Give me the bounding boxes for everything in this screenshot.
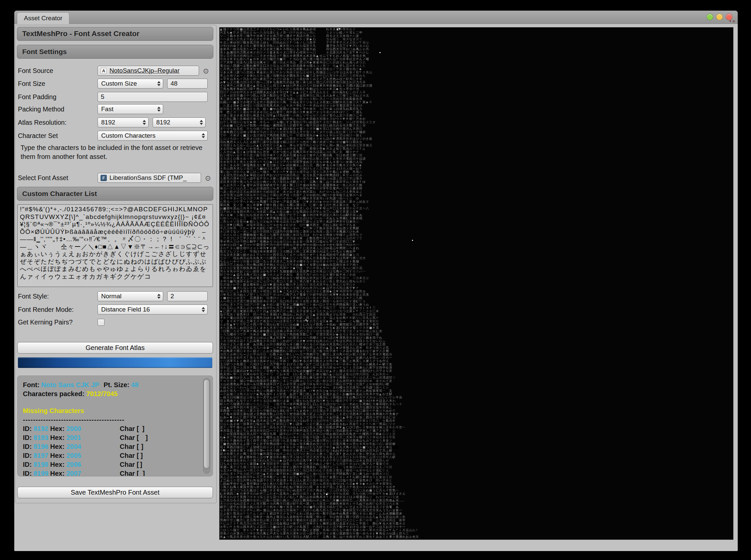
missing-character-row: ID: 8198 Hex: 2006Char [ ] — [23, 460, 198, 469]
missing-character-row: ID: 8193 Hex: 2001Char [ ] — [23, 433, 198, 442]
updown-icon — [157, 294, 161, 299]
updown-icon — [157, 107, 161, 112]
custom-character-list-header-text: Custom Character List — [22, 190, 97, 198]
font-render-mode-dropdown[interactable]: Distance Field 16 — [98, 304, 208, 315]
atlas-width-value: 8192 — [101, 119, 115, 126]
report-font-line: Font: Noto Sans CJK JP Pt. Size: 48 — [23, 381, 198, 389]
character-set-label: Character Set — [18, 132, 58, 140]
updown-icon — [143, 120, 146, 125]
kerning-pairs-row: Get Kerning Pairs? — [18, 317, 214, 328]
packing-method-dropdown[interactable]: Fast — [98, 104, 163, 114]
window-titlebar: Asset Creator ▼ ≡ — [14, 11, 738, 24]
packing-method-row: Packing Method Fast — [18, 103, 214, 115]
font-size-dropdown-value: Custom Size — [101, 80, 137, 87]
character-set-dropdown-value: Custom Characters — [101, 132, 156, 139]
font-size-row: Font Size Custom Size 48 — [18, 78, 214, 89]
custom-character-list-input[interactable]: !"#$%&'()*+,-./0123456789:;<=>?@ABCDEFGH… — [17, 204, 213, 287]
font-padding-label: Font Padding — [18, 93, 56, 101]
font-style-label: Font Style: — [18, 293, 49, 300]
kerning-pairs-checkbox[interactable] — [98, 319, 104, 326]
atlas-resolution-label: Atlas Resolution: — [18, 119, 66, 126]
generation-report: Font: Noto Sans CJK JP Pt. Size: 48 Char… — [17, 376, 213, 476]
window-menu[interactable]: ▼ ≡ — [729, 20, 735, 23]
font-style-dropdown-value: Normal — [101, 293, 121, 300]
font-style-dropdown[interactable]: Normal — [98, 291, 163, 301]
updown-icon — [202, 133, 205, 138]
select-font-asset-field[interactable]: F LiberationSans SDF (TMP_ — [98, 173, 201, 183]
updown-icon — [157, 81, 161, 86]
generate-font-atlas-button-label: Generate Font Atlas — [86, 344, 145, 352]
font-padding-input[interactable]: 5 — [98, 92, 208, 102]
font-padding-row: Font Padding 5 — [18, 91, 214, 102]
updown-icon — [200, 120, 203, 125]
maximize-button[interactable] — [707, 14, 713, 20]
packing-method-dropdown-value: Fast — [101, 105, 114, 113]
font-style-input[interactable]: 2 — [167, 291, 208, 301]
tab-title: Asset Creator — [24, 15, 62, 22]
panel-title: TextMeshPro - Font Asset Creator — [17, 27, 213, 41]
report-packed-label: Characters packed: — [23, 390, 85, 397]
window-menu-arrow-icon: ▼ — [729, 20, 732, 23]
font-size-input-value: 48 — [170, 80, 178, 87]
font-source-field[interactable]: A NotoSansCJKjp–Regular — [98, 66, 199, 76]
missing-rows: ID: 8192 Hex: 2000Char [ ]ID: 8193 Hex: … — [23, 424, 198, 476]
font-source-label: Font Source — [18, 67, 53, 75]
report-divider: ---------------------------------------- — [23, 415, 198, 424]
font-settings-header: Font Settings — [17, 45, 213, 59]
asset-creator-window: Asset Creator ▼ ≡ TextMeshPro - Font Ass… — [14, 11, 738, 551]
tab-asset-creator[interactable]: Asset Creator — [17, 12, 69, 24]
report-scrollbar-thumb[interactable] — [204, 379, 210, 468]
font-render-mode-row: Font Render Mode: Distance Field 16 — [18, 304, 214, 315]
updown-icon — [202, 307, 205, 312]
font-style-input-value: 2 — [170, 293, 174, 300]
font-asset-creator-panel: TextMeshPro - Font Asset Creator Font Se… — [15, 25, 217, 503]
font-style-row: Font Style: Normal 2 — [18, 291, 214, 302]
missing-character-row: ID: 8196 Hex: 2004Char [ ] — [23, 442, 198, 451]
select-font-asset-row: Select Font Asset F LiberationSans SDF (… — [18, 172, 214, 183]
missing-character-row: ID: 8192 Hex: 2000Char [ ] — [23, 424, 198, 433]
font-size-dropdown[interactable]: Custom Size — [98, 79, 163, 88]
font-render-mode-label: Font Render Mode: — [18, 306, 74, 314]
select-font-asset-value: LiberationSans SDF (TMP_ — [109, 174, 186, 181]
select-font-asset-label: Select Font Asset — [18, 174, 68, 182]
custom-character-list-header: Custom Character List — [17, 187, 213, 201]
packing-method-label: Packing Method — [18, 105, 64, 113]
font-padding-input-value: 5 — [101, 93, 104, 101]
report-pt-size: 48 — [131, 381, 139, 388]
object-picker-icon[interactable]: ⊙ — [203, 67, 209, 74]
missing-characters-title: Missing Characters — [23, 406, 198, 415]
character-set-dropdown[interactable]: Custom Characters — [98, 131, 208, 141]
report-scrollbar-track[interactable] — [203, 378, 210, 474]
font-size-input[interactable]: 48 — [167, 79, 208, 88]
font-source-value: NotoSansCJKjp–Regular — [109, 67, 180, 74]
window-controls — [707, 14, 732, 20]
report-font-name: Noto Sans CJK JP — [41, 381, 99, 388]
kerning-pairs-label: Get Kerning Pairs? — [18, 319, 73, 326]
help-text: Type the characters to be included in th… — [21, 143, 211, 161]
font-size-label: Font Size — [18, 80, 45, 87]
generation-progress-bar — [18, 357, 212, 368]
report-packed-line: Characters packed: 7012/7045 — [23, 389, 198, 398]
font-file-icon: A — [101, 68, 107, 74]
panel-title-text: TextMeshPro - Font Asset Creator — [22, 29, 139, 38]
report-pt-label: Pt. Size: — [103, 381, 129, 388]
minimize-button[interactable] — [716, 14, 723, 20]
object-picker-icon[interactable]: ⊙ — [205, 175, 211, 181]
font-render-mode-dropdown-value: Distance Field 16 — [101, 306, 150, 313]
atlas-resolution-row: Atlas Resolution: 8192 8192 — [18, 117, 214, 128]
report-packed-value: 7012/7045 — [86, 390, 118, 397]
generate-font-atlas-button[interactable]: Generate Font Atlas — [17, 342, 213, 354]
font-atlas-preview-area — [219, 27, 733, 540]
atlas-height-dropdown[interactable]: 8192 — [153, 117, 206, 127]
atlas-height-value: 8192 — [156, 119, 170, 126]
save-font-asset-button[interactable]: Save TextMeshPro Font Asset — [17, 487, 213, 498]
font-source-row: Font Source A NotoSansCJKjp–Regular ⊙ — [18, 65, 214, 76]
character-set-row: Character Set Custom Characters — [18, 130, 214, 141]
window-menu-list-icon: ≡ — [732, 20, 735, 23]
missing-character-row: ID: 8197 Hex: 2005Char [ ] — [23, 451, 198, 460]
close-button[interactable] — [726, 14, 732, 20]
missing-character-row: ID: 8199 Hex: 2007Char [ ] — [23, 469, 198, 476]
font-asset-icon: F — [101, 175, 107, 181]
atlas-width-dropdown[interactable]: 8192 — [98, 117, 149, 127]
save-font-asset-button-label: Save TextMeshPro Font Asset — [70, 489, 160, 496]
